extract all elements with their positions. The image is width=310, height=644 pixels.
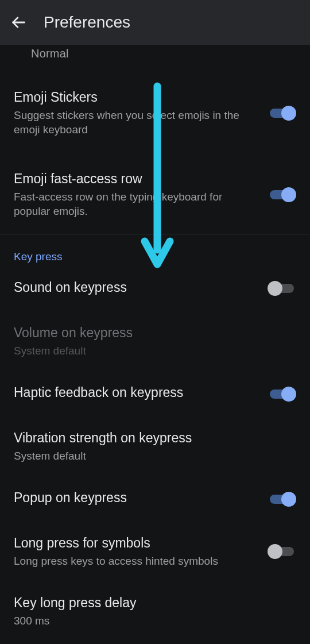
page-title: Preferences	[44, 13, 130, 32]
toggle-haptic-feedback[interactable]	[268, 385, 296, 403]
toggle-emoji-fast-row[interactable]	[268, 186, 296, 203]
setting-subtitle: System default	[14, 449, 296, 464]
setting-emoji-fast-row[interactable]: Emoji fast-access row Fast-access row on…	[0, 159, 310, 230]
setting-title: Sound on keypress	[14, 279, 257, 296]
setting-subtitle: Fast-access row on the typing keyboard f…	[14, 190, 257, 219]
setting-volume-on-keypress: Volume on keypress System default	[0, 313, 310, 369]
setting-vibration-strength[interactable]: Vibration strength on keypress System de…	[0, 418, 310, 475]
toggle-sound-on-keypress[interactable]	[268, 280, 296, 297]
truncated-prev-item-sub: Normal	[0, 45, 310, 60]
settings-list: Normal Emoji Stickers Suggest stickers w…	[0, 45, 310, 640]
toggle-long-press-symbols[interactable]	[268, 543, 296, 560]
setting-haptic-feedback[interactable]: Haptic feedback on keypress	[0, 373, 310, 415]
toggle-popup-on-keypress[interactable]	[268, 491, 296, 508]
setting-long-press-delay[interactable]: Key long press delay 300 ms	[0, 583, 310, 639]
setting-title: Popup on keypress	[14, 489, 257, 506]
setting-title: Volume on keypress	[14, 325, 296, 341]
setting-title: Emoji fast-access row	[14, 171, 257, 187]
setting-popup-on-keypress[interactable]: Popup on keypress	[0, 478, 310, 520]
toggle-emoji-stickers[interactable]	[268, 105, 296, 122]
setting-title: Haptic feedback on keypress	[14, 384, 257, 401]
setting-title: Vibration strength on keypress	[14, 430, 296, 446]
setting-emoji-stickers[interactable]: Emoji Stickers Suggest stickers when you…	[0, 78, 310, 149]
setting-long-press-symbols[interactable]: Long press for symbols Long press keys t…	[0, 523, 310, 580]
back-arrow-icon[interactable]	[10, 14, 26, 30]
setting-subtitle: 300 ms	[14, 614, 296, 628]
setting-title: Emoji Stickers	[14, 89, 257, 106]
app-header: Preferences	[0, 0, 310, 45]
setting-title: Key long press delay	[14, 595, 296, 611]
setting-subtitle: System default	[14, 344, 296, 358]
section-label-keypress: Key press	[0, 234, 310, 268]
setting-title: Long press for symbols	[14, 535, 257, 552]
setting-subtitle: Long press keys to access hinted symbols	[14, 554, 257, 569]
setting-sound-on-keypress[interactable]: Sound on keypress	[0, 268, 310, 310]
setting-subtitle: Suggest stickers when you select emojis …	[14, 108, 257, 137]
